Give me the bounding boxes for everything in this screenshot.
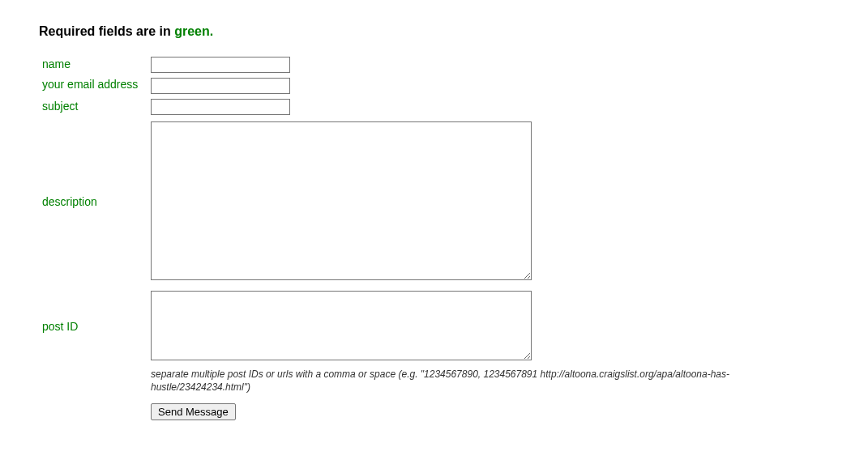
name-input[interactable] — [151, 57, 290, 73]
email-label: your email address — [39, 78, 151, 92]
form-heading: Required fields are in green. — [39, 24, 829, 39]
subject-label: subject — [39, 100, 151, 114]
name-label: name — [39, 58, 151, 72]
heading-prefix: Required fields are in — [39, 24, 174, 38]
send-message-button[interactable]: Send Message — [151, 403, 236, 420]
email-input[interactable] — [151, 78, 290, 94]
postid-label: post ID — [39, 320, 151, 334]
subject-input[interactable] — [151, 99, 290, 115]
postid-input[interactable] — [151, 291, 532, 360]
description-label: description — [39, 195, 151, 210]
description-input[interactable] — [151, 121, 532, 280]
postid-hint: separate multiple post IDs or urls with … — [151, 368, 829, 394]
heading-highlight: green. — [174, 24, 213, 38]
